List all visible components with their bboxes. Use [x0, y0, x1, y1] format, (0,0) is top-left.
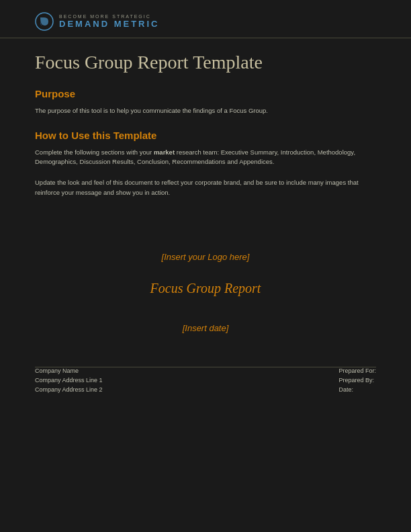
company-name-label: Company Name — [35, 367, 103, 374]
address-line2-label: Company Address Line 2 — [35, 386, 103, 393]
footer-right: Prepared For: Prepared By: Date: — [338, 367, 376, 393]
how-to-use-body2: Update the look and feel of this documen… — [35, 178, 376, 197]
main-title: Focus Group Report Template — [35, 52, 376, 73]
footer-left: Company Name Company Address Line 1 Comp… — [35, 367, 103, 393]
how-to-use-section: How to Use this Template Complete the fo… — [35, 130, 376, 198]
how-to-use-body1: Complete the following sections with you… — [35, 148, 376, 167]
logo-name: Demand Metric — [59, 19, 160, 29]
date-placeholder: [Insert date] — [35, 323, 376, 333]
header: Become More Strategic Demand Metric — [0, 0, 411, 38]
report-title-cover: Focus Group Report — [35, 281, 376, 296]
logo-text-block: Become More Strategic Demand Metric — [59, 14, 160, 29]
how-to-use-heading: How to Use this Template — [35, 130, 376, 141]
footer-info: Company Name Company Address Line 1 Comp… — [0, 367, 411, 413]
logo-placeholder: [Insert your Logo here] — [35, 252, 376, 262]
purpose-body: The purpose of this tool is to help you … — [35, 106, 376, 116]
prepared-by-label: Prepared By: — [338, 377, 376, 384]
date-label: Date: — [338, 386, 376, 393]
logo-icon — [35, 12, 54, 31]
logo-tagline: Become More Strategic — [59, 14, 160, 19]
purpose-heading: Purpose — [35, 88, 376, 99]
prepared-for-label: Prepared For: — [338, 367, 376, 374]
cover-area: [Insert your Logo here] Focus Group Repo… — [0, 232, 411, 367]
page: Become More Strategic Demand Metric Focu… — [0, 0, 411, 532]
main-content: Focus Group Report Template Purpose The … — [0, 38, 411, 232]
address-line1-label: Company Address Line 1 — [35, 377, 103, 384]
purpose-section: Purpose The purpose of this tool is to h… — [35, 88, 376, 116]
